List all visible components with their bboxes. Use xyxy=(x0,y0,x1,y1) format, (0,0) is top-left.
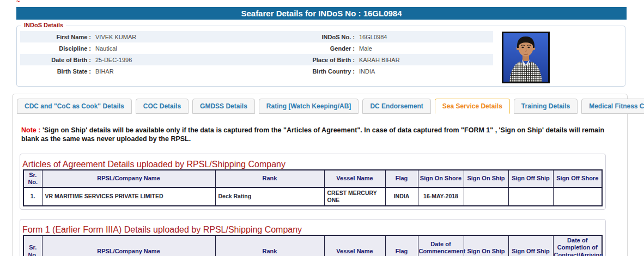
column-header-sr-no: Sr. No. xyxy=(23,235,42,256)
column-header-sign-off-ship: Sign Off Ship xyxy=(508,235,553,256)
tab-dc-endorsement[interactable]: DC Endorsement xyxy=(362,99,430,114)
table-cell: 16-MAY-2018 xyxy=(418,187,464,206)
column-header-sign-on-ship: Sign On Ship xyxy=(464,170,508,187)
field-value: 25-DEC-1996 xyxy=(91,57,305,63)
field-label: Place of Birth : xyxy=(305,57,355,63)
column-header-rank: Rank xyxy=(215,170,324,187)
column-header-sign-on-ship: Sign On Ship xyxy=(464,235,508,256)
column-header-flag: Flag xyxy=(385,170,418,187)
column-header-vessel-name: Vessel Name xyxy=(324,235,385,256)
table-cell: 1. xyxy=(23,187,42,206)
field-value: VIVEK KUMAR xyxy=(91,34,305,40)
column-header-sign-on-shore: Sign On Shore xyxy=(418,170,464,187)
table-cell xyxy=(464,187,508,206)
indos-details-legend: INDoS Details xyxy=(21,22,66,28)
tab-coc-details[interactable]: COC Details xyxy=(136,99,189,114)
tab-training-details[interactable]: Training Details xyxy=(514,99,578,114)
column-header-date-of-commencement-of-contract: Date of Commencement of Contract xyxy=(418,235,464,256)
form1-table: Sr. No.RPSL/Company NameRankVessel NameF… xyxy=(23,235,603,256)
column-header-rpsl-company-name: RPSL/Company Name xyxy=(42,235,215,256)
field-value: 16GL0984 xyxy=(355,34,493,40)
field-value: INDIA xyxy=(355,68,493,75)
tab-rating-watch-keeping-ab[interactable]: Rating [Watch Keeping/AB] xyxy=(259,99,359,114)
page-top-mark: ~ xyxy=(16,0,20,4)
table-cell: Deck Rating xyxy=(215,187,324,206)
tab-cdc-and-coc-as-cook-details[interactable]: CDC and "CoC as Cook" Details xyxy=(17,99,132,114)
column-header-date-of-completion-of-contract-arriving-india: Date of Completion of Contract/Arriving … xyxy=(553,235,602,256)
note-prefix: Note : xyxy=(21,126,40,134)
tab-bar: CDC and "CoC as Cook" DetailsCOC Details… xyxy=(17,99,627,114)
tab-gmdss-details[interactable]: GMDSS Details xyxy=(192,99,255,114)
note-body: 'Sign on Ship' details will be available… xyxy=(21,126,604,143)
field-value: BIHAR xyxy=(91,68,305,75)
table-row: 1.VR MARITIME SERVICES PRIVATE LIMITEDDe… xyxy=(23,187,602,206)
field-label: Discipline : xyxy=(20,45,91,52)
seafarer-photo xyxy=(502,32,550,83)
column-header-rpsl-company-name: RPSL/Company Name xyxy=(42,170,215,187)
tab-content-panel: CDC and "CoC as Cook" DetailsCOC Details… xyxy=(12,94,628,256)
field-value: Male xyxy=(355,45,493,52)
table-cell: CREST MERCURY ONE xyxy=(324,187,385,206)
table-cell: VR MARITIME SERVICES PRIVATE LIMITED xyxy=(42,187,215,206)
field-label: Birth State : xyxy=(20,68,91,75)
form1-section-legend: Form 1 (Earlier Form IIIA) Details uploa… xyxy=(22,225,302,234)
note-text: Note : 'Sign on Ship' details will be av… xyxy=(21,126,618,144)
articles-section-legend: Articles of Agreement Details uploaded b… xyxy=(22,160,285,169)
page-title: Seafarer Details for INDoS No : 16GL0984 xyxy=(16,7,627,20)
indos-info-row: Discipline : Nautical Gender : Male xyxy=(20,42,493,54)
table-cell xyxy=(508,187,553,206)
column-header-vessel-name: Vessel Name xyxy=(324,170,385,187)
table-cell xyxy=(553,187,602,206)
form1-section: Form 1 (Earlier Form IIIA) Details uploa… xyxy=(20,219,606,256)
column-header-sign-off-ship: Sign Off Ship xyxy=(508,170,553,187)
column-header-sr-no: Sr. No. xyxy=(23,170,42,187)
indos-info-row: Birth State : BIHAR Birth Country : INDI… xyxy=(20,65,493,77)
indos-info-row: First Name : VIVEK KUMAR INDoS No. : 16G… xyxy=(20,31,493,42)
table-cell: INDIA xyxy=(385,187,418,206)
tab-medical-fitness-certificate[interactable]: Medical Fitness Certificate xyxy=(581,99,644,114)
field-label: INDoS No. : xyxy=(305,34,355,40)
column-header-sign-off-shore: Sign Off Shore xyxy=(553,170,602,187)
articles-of-agreement-table: Sr. No.RPSL/Company NameRankVessel NameF… xyxy=(23,169,603,207)
field-value: Nautical xyxy=(91,45,305,52)
indos-details-rows: First Name : VIVEK KUMAR INDoS No. : 16G… xyxy=(20,31,493,77)
tab-sea-service-details[interactable]: Sea Service Details xyxy=(435,99,510,114)
field-label: Date of Birth : xyxy=(20,57,91,63)
field-label: First Name : xyxy=(20,34,91,40)
field-label: Gender : xyxy=(305,45,355,52)
indos-info-row: Date of Birth : 25-DEC-1996 Place of Bir… xyxy=(20,54,493,65)
articles-of-agreement-section: Articles of Agreement Details uploaded b… xyxy=(20,154,606,210)
column-header-rank: Rank xyxy=(215,235,324,256)
field-label: Birth Country : xyxy=(305,68,355,75)
field-value: KARAH BIHAR xyxy=(355,57,493,63)
column-header-flag: Flag xyxy=(385,235,418,256)
indos-details-section: INDoS Details First Name : VIVEK KUMAR I… xyxy=(16,26,625,87)
